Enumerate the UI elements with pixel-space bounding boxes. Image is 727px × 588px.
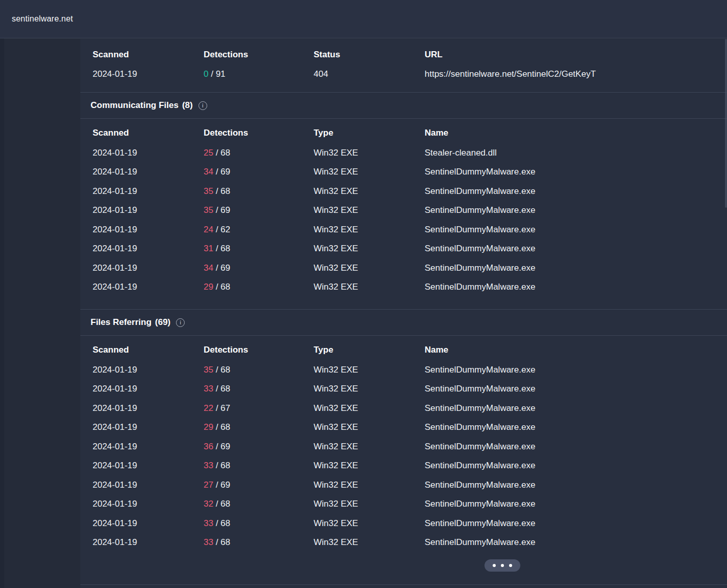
table-row[interactable]: 2024-01-19 27 / 69 Win32 EXE SentinelDum… bbox=[93, 475, 717, 495]
name-cell: SentinelDummyMalware.exe bbox=[425, 225, 717, 235]
type-cell: Win32 EXE bbox=[314, 537, 425, 548]
table-row[interactable]: 2024-01-19 24 / 62 Win32 EXE SentinelDum… bbox=[93, 220, 717, 239]
detections-cell: 24 / 62 bbox=[204, 225, 314, 235]
detections-separator: / bbox=[213, 205, 221, 215]
scanned-cell: 2024-01-19 bbox=[93, 461, 204, 471]
detections-count: 29 bbox=[204, 282, 213, 292]
table-row[interactable]: 2024-01-19 33 / 68 Win32 EXE SentinelDum… bbox=[93, 456, 717, 476]
detections-total: 68 bbox=[221, 499, 230, 509]
name-cell: SentinelDummyMalware.exe bbox=[425, 186, 717, 197]
detections-separator: / bbox=[213, 365, 221, 375]
scanned-cell: 2024-01-19 bbox=[93, 186, 204, 197]
name-cell: SentinelDummyMalware.exe bbox=[425, 461, 717, 471]
pagination-row bbox=[80, 559, 727, 579]
table-row[interactable]: 2024-01-19 0 / 91 404 https://sentinelwa… bbox=[93, 64, 717, 84]
info-icon[interactable]: i bbox=[199, 101, 207, 110]
table-row[interactable]: 2024-01-19 33 / 68 Win32 EXE SentinelDum… bbox=[93, 514, 717, 533]
detections-total: 68 bbox=[221, 422, 230, 432]
column-header-scanned: Scanned bbox=[93, 50, 204, 60]
table-row[interactable]: 2024-01-19 33 / 68 Win32 EXE SentinelDum… bbox=[93, 380, 717, 399]
table-row[interactable]: 2024-01-19 32 / 68 Win32 EXE SentinelDum… bbox=[93, 495, 717, 514]
scanned-cell: 2024-01-19 bbox=[93, 442, 204, 452]
table-row[interactable]: 2024-01-19 34 / 69 Win32 EXE SentinelDum… bbox=[93, 258, 717, 278]
table-row[interactable]: 2024-01-19 35 / 68 Win32 EXE SentinelDum… bbox=[93, 360, 717, 380]
name-cell: SentinelDummyMalware.exe bbox=[425, 422, 717, 432]
detections-separator: / bbox=[213, 225, 221, 234]
detections-total: 69 bbox=[221, 167, 230, 177]
detections-total: 69 bbox=[221, 263, 230, 273]
detections-cell: 33 / 68 bbox=[204, 537, 314, 548]
scrollbar-thumb[interactable] bbox=[725, 39, 727, 208]
url-table-header: Scanned Detections Status URL bbox=[93, 45, 717, 64]
detections-total: 91 bbox=[216, 69, 226, 79]
table-row[interactable]: 2024-01-19 29 / 68 Win32 EXE SentinelDum… bbox=[93, 418, 717, 438]
url-cell[interactable]: https://sentinelware.net/SentinelC2/GetK… bbox=[425, 69, 717, 79]
detections-count: 24 bbox=[204, 225, 213, 234]
table-row[interactable]: 2024-01-19 29 / 68 Win32 EXE SentinelDum… bbox=[93, 278, 717, 297]
detections-cell: 25 / 68 bbox=[204, 148, 314, 158]
type-cell: Win32 EXE bbox=[314, 365, 425, 375]
table-row[interactable]: 2024-01-19 33 / 68 Win32 EXE SentinelDum… bbox=[93, 533, 717, 553]
detections-separator: / bbox=[213, 480, 221, 490]
column-header-detections: Detections bbox=[204, 50, 314, 60]
pagination-dot bbox=[493, 564, 496, 567]
detections-count: 33 bbox=[204, 537, 213, 547]
detections-cell: 22 / 67 bbox=[204, 403, 314, 413]
scanned-cell: 2024-01-19 bbox=[93, 263, 204, 273]
detections-total: 68 bbox=[221, 282, 230, 292]
table-row[interactable]: 2024-01-19 31 / 68 Win32 EXE SentinelDum… bbox=[93, 239, 717, 259]
table-row[interactable]: 2024-01-19 36 / 69 Win32 EXE SentinelDum… bbox=[93, 437, 717, 456]
report-panel: Scanned Detections Status URL 2024-01-19… bbox=[80, 39, 727, 588]
table-row[interactable]: 2024-01-19 35 / 69 Win32 EXE SentinelDum… bbox=[93, 201, 717, 221]
name-cell: SentinelDummyMalware.exe bbox=[425, 263, 717, 273]
column-header-status: Status bbox=[314, 50, 425, 60]
scanned-cell: 2024-01-19 bbox=[93, 69, 204, 79]
table-row[interactable]: 2024-01-19 25 / 68 Win32 EXE Stealer-cle… bbox=[93, 143, 717, 163]
window-edge bbox=[0, 0, 4, 588]
name-cell: SentinelDummyMalware.exe bbox=[425, 499, 717, 509]
detections-cell: 29 / 68 bbox=[204, 282, 314, 292]
detections-separator: / bbox=[213, 167, 221, 177]
detections-total: 62 bbox=[221, 225, 230, 234]
scanned-cell: 2024-01-19 bbox=[93, 167, 204, 177]
type-cell: Win32 EXE bbox=[314, 244, 425, 254]
detections-cell: 33 / 68 bbox=[204, 518, 314, 529]
table-row[interactable]: 2024-01-19 34 / 69 Win32 EXE SentinelDum… bbox=[93, 163, 717, 182]
detections-separator: / bbox=[213, 263, 221, 273]
scanned-cell: 2024-01-19 bbox=[93, 480, 204, 490]
detections-separator: / bbox=[213, 518, 221, 528]
topbar: sentinelware.net bbox=[0, 0, 727, 38]
detections-cell: 33 / 68 bbox=[204, 461, 314, 471]
info-icon[interactable]: i bbox=[176, 318, 185, 327]
detections-cell: 34 / 69 bbox=[204, 167, 314, 177]
name-cell: SentinelDummyMalware.exe bbox=[425, 244, 717, 254]
detections-separator: / bbox=[213, 499, 221, 509]
type-cell: Win32 EXE bbox=[314, 148, 425, 158]
table-row[interactable]: 2024-01-19 22 / 67 Win32 EXE SentinelDum… bbox=[93, 399, 717, 418]
detections-count: 29 bbox=[204, 422, 213, 432]
detections-count: 31 bbox=[204, 244, 213, 253]
detections-total: 68 bbox=[221, 384, 230, 394]
detections-count: 27 bbox=[204, 480, 213, 490]
detections-cell: 32 / 68 bbox=[204, 499, 314, 509]
pagination-more-button[interactable] bbox=[484, 559, 520, 572]
type-cell: Win32 EXE bbox=[314, 518, 425, 529]
table-row[interactable]: 2024-01-19 35 / 68 Win32 EXE SentinelDum… bbox=[93, 182, 717, 201]
name-cell: SentinelDummyMalware.exe bbox=[425, 480, 717, 490]
detections-separator: / bbox=[213, 442, 221, 451]
scanned-cell: 2024-01-19 bbox=[93, 148, 204, 158]
column-header-detections: Detections bbox=[204, 128, 314, 138]
detections-count: 33 bbox=[204, 518, 213, 528]
detections-total: 68 bbox=[221, 148, 230, 158]
type-cell: Win32 EXE bbox=[314, 186, 425, 197]
section-count-badge: (69) bbox=[155, 317, 170, 328]
scanned-cell: 2024-01-19 bbox=[93, 205, 204, 215]
scanned-cell: 2024-01-19 bbox=[93, 365, 204, 375]
name-cell: SentinelDummyMalware.exe bbox=[425, 282, 717, 292]
name-cell: SentinelDummyMalware.exe bbox=[425, 384, 717, 394]
type-cell: Win32 EXE bbox=[314, 225, 425, 235]
detections-total: 68 bbox=[221, 365, 230, 375]
files-referring-header: Files Referring (69) i bbox=[80, 310, 727, 335]
name-cell: SentinelDummyMalware.exe bbox=[425, 365, 717, 375]
section-count-badge: (8) bbox=[182, 100, 193, 111]
